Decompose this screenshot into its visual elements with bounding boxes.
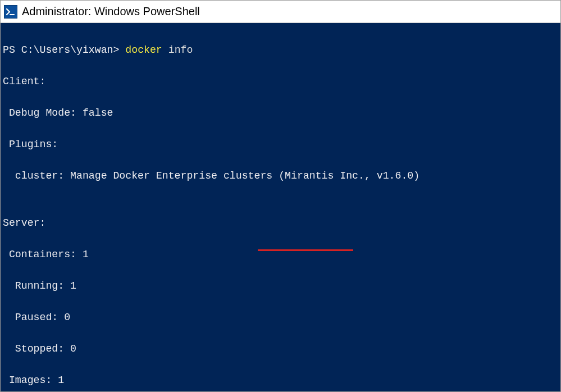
titlebar[interactable]: Administrator: Windows PowerShell: [1, 1, 560, 23]
window-title: Administrator: Windows PowerShell: [22, 5, 200, 18]
output-line: Paused: 0: [3, 309, 558, 325]
output-line: Server:: [3, 215, 558, 231]
output-line: Images: 1: [3, 372, 558, 388]
command: docker: [125, 44, 162, 56]
terminal-output[interactable]: PS C:\Users\yixwan> docker info Client: …: [1, 23, 560, 391]
output-line: Stopped: 0: [3, 341, 558, 357]
output-line: Debug Mode: false: [3, 105, 558, 121]
output-line: Running: 1: [3, 278, 558, 294]
output-line: Plugins:: [3, 136, 558, 152]
powershell-window: Administrator: Windows PowerShell PS C:\…: [0, 0, 561, 392]
output-line: cluster: Manage Docker Enterprise cluste…: [3, 168, 558, 184]
prompt-line: PS C:\Users\yixwan> docker info: [3, 42, 558, 58]
annotation-underline: [258, 249, 353, 251]
command-args: info: [168, 44, 193, 56]
output-line: Client:: [3, 74, 558, 89]
prompt-path: PS C:\Users\yixwan>: [3, 44, 119, 56]
powershell-icon: [4, 5, 17, 19]
